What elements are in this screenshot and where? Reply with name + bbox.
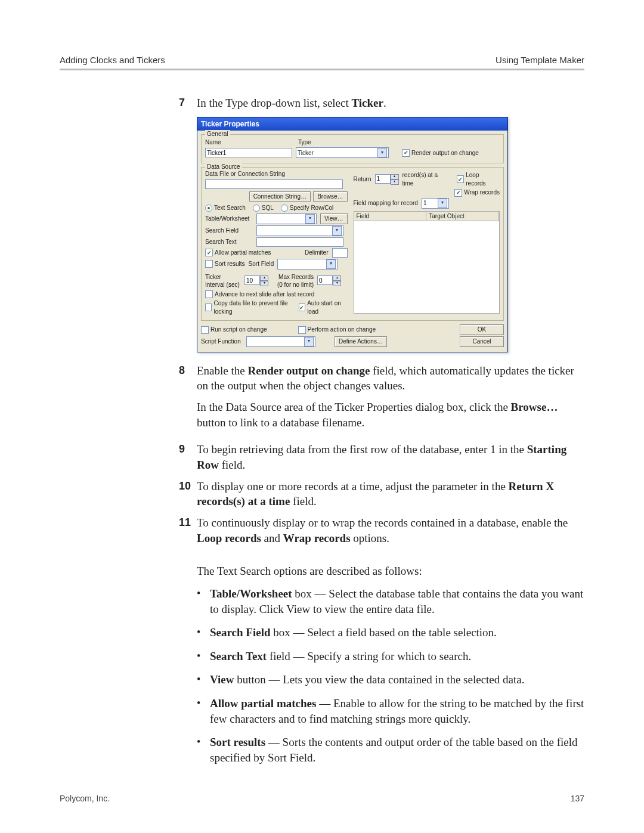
step-number: 9: [179, 442, 197, 472]
ticker-properties-dialog: Ticker Properties General Name Type Tick…: [197, 117, 508, 352]
step-10: 10 To display one or more records at a t…: [179, 479, 584, 509]
chevron-down-icon: ▾: [305, 214, 315, 224]
section-general: General Name Type Ticker▾ ✔Render output…: [201, 134, 504, 164]
list-item: Table/Worksheet box — Select the databas…: [197, 586, 584, 617]
footer-left: Polycom, Inc.: [60, 794, 110, 803]
dialog-titlebar: Ticker Properties: [197, 117, 507, 131]
sort-field-dropdown[interactable]: ▾: [277, 259, 338, 270]
chevron-down-icon: ▾: [332, 226, 342, 236]
return-spinner[interactable]: ▴▾: [375, 174, 399, 185]
copy-file-checkbox[interactable]: Copy data file to prevent file locking: [205, 299, 295, 315]
main-content: 7 In the Type drop-down list, select Tic…: [179, 95, 584, 766]
auto-start-checkbox[interactable]: ✔Auto start on load: [299, 299, 348, 315]
step-7: 7 In the Type drop-down list, select Tic…: [179, 95, 584, 111]
render-output-checkbox[interactable]: ✔Render output on change: [402, 149, 479, 157]
table-worksheet-dropdown[interactable]: ▾: [256, 213, 317, 224]
name-input[interactable]: [205, 148, 292, 157]
chevron-down-icon: ▾: [326, 259, 336, 269]
define-actions-button[interactable]: Define Actions…: [335, 336, 387, 347]
browse-button[interactable]: Browse…: [313, 191, 347, 202]
wrap-records-checkbox[interactable]: ✔Wrap records: [454, 188, 500, 197]
max-records-spinner[interactable]: ▴▾: [317, 275, 341, 286]
data-file-input[interactable]: [205, 179, 343, 189]
radio-text-search[interactable]: Text Search: [205, 204, 246, 212]
list-item: Allow partial matches — Enable to allow …: [197, 696, 584, 726]
list-item: Sort results — Sorts the contents and ou…: [197, 735, 584, 765]
type-dropdown[interactable]: Ticker▾: [296, 147, 389, 158]
footer-page-number: 137: [571, 794, 584, 803]
search-text-input[interactable]: [256, 237, 343, 247]
list-item: Search Field box — Select a field based …: [197, 625, 584, 640]
search-field-dropdown[interactable]: ▾: [256, 225, 343, 236]
header-right: Using Template Maker: [496, 55, 584, 65]
step-8: 8 Enable the Render output on change fie…: [179, 363, 584, 436]
page-header: Adding Clocks and Tickers Using Template…: [60, 55, 584, 70]
text-search-intro: The Text Search options are described as…: [197, 563, 584, 579]
ticker-interval-spinner[interactable]: ▴▾: [244, 275, 268, 286]
ok-button[interactable]: OK: [460, 324, 504, 335]
chevron-down-icon: ▾: [438, 199, 447, 208]
radio-specify[interactable]: Specify Row/Col: [281, 204, 333, 212]
advance-checkbox[interactable]: Advance to next slide after last record: [205, 290, 314, 299]
connection-string-button[interactable]: Connection String…: [249, 191, 311, 202]
delimiter-input[interactable]: [332, 248, 348, 258]
bullet-list: Table/Worksheet box — Select the databas…: [197, 586, 584, 766]
run-script-checkbox[interactable]: Run script on change: [201, 326, 267, 334]
field-mapping-dropdown[interactable]: 1▾: [422, 198, 449, 209]
page-footer: Polycom, Inc. 137: [60, 794, 584, 803]
perform-action-checkbox[interactable]: Perform action on change: [298, 326, 376, 334]
step-number: 10: [179, 479, 197, 509]
field-mapping-table[interactable]: FieldTarget Object: [354, 211, 500, 314]
step-number: 11: [179, 515, 197, 546]
step-11: 11 To continuously display or to wrap th…: [179, 515, 584, 546]
chevron-down-icon: ▾: [377, 148, 387, 157]
allow-partial-checkbox[interactable]: ✔Allow partial matches: [205, 249, 271, 257]
script-function-dropdown[interactable]: ▾: [246, 336, 315, 347]
sort-results-checkbox[interactable]: Sort results: [205, 260, 245, 268]
list-item: View button — Lets you view the data con…: [197, 672, 584, 688]
step-9: 9 To begin retrieving data from the firs…: [179, 442, 584, 472]
step-number: 7: [179, 95, 197, 111]
list-item: Search Text field — Specify a string for…: [197, 649, 584, 664]
step-number: 8: [179, 363, 197, 436]
header-left: Adding Clocks and Tickers: [60, 55, 165, 65]
radio-sql[interactable]: SQL: [253, 204, 274, 212]
section-data-source: Data Source Data File or Connection Stri…: [201, 167, 504, 321]
view-button[interactable]: View…: [320, 213, 348, 224]
loop-records-checkbox[interactable]: ✔Loop records: [457, 171, 500, 187]
cancel-button[interactable]: Cancel: [460, 336, 504, 347]
chevron-down-icon: ▾: [304, 337, 314, 346]
